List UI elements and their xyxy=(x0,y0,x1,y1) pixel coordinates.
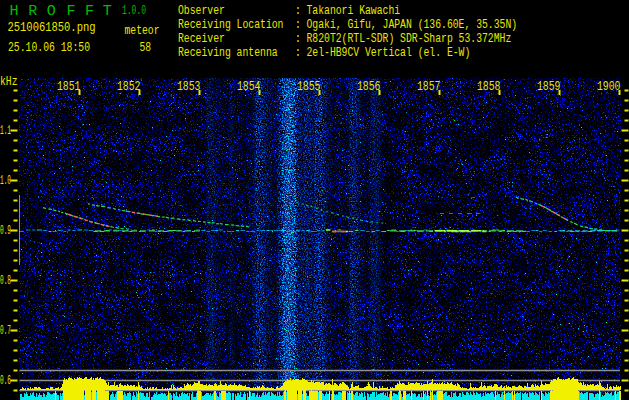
svg-text:1851: 1851 xyxy=(57,79,81,94)
svg-text:T: T xyxy=(103,3,112,20)
svg-text:R820T2(RTL-SDR) SDR-Sharp 53.3: R820T2(RTL-SDR) SDR-Sharp 53.372MHz xyxy=(307,32,512,46)
svg-text:58: 58 xyxy=(140,41,152,55)
svg-text::: : xyxy=(295,32,301,46)
svg-text:1.0: 1.0 xyxy=(0,174,11,188)
svg-text:Ogaki, Gifu, JAPAN (136.60E, 3: Ogaki, Gifu, JAPAN (136.60E, 35.35N) xyxy=(307,18,518,32)
svg-text:kHz: kHz xyxy=(0,75,18,89)
svg-text:Takanori Kawachi: Takanori Kawachi xyxy=(307,4,401,18)
svg-text:Receiver: Receiver xyxy=(178,32,225,46)
svg-text:0.7: 0.7 xyxy=(0,324,11,338)
svg-text:1900: 1900 xyxy=(597,79,621,94)
svg-text:1.0.0: 1.0.0 xyxy=(122,4,146,18)
svg-text:0.9: 0.9 xyxy=(0,224,11,238)
svg-text:0.8: 0.8 xyxy=(0,274,11,288)
svg-text:Receiving antenna: Receiving antenna xyxy=(178,46,278,60)
svg-text:H: H xyxy=(10,3,19,20)
svg-text:1859: 1859 xyxy=(537,79,561,94)
svg-text:1852: 1852 xyxy=(117,79,141,94)
svg-text::: : xyxy=(295,46,301,60)
svg-text:0.6: 0.6 xyxy=(0,374,11,388)
svg-text:1854: 1854 xyxy=(237,79,261,94)
svg-text:F: F xyxy=(67,3,76,20)
svg-text:2el-HB9CV Vertical (el. E-W): 2el-HB9CV Vertical (el. E-W) xyxy=(307,46,471,60)
svg-text:1.1: 1.1 xyxy=(0,124,11,138)
svg-text:Receiving Location: Receiving Location xyxy=(178,18,283,32)
svg-text:1858: 1858 xyxy=(477,79,501,94)
svg-text:2510061850.png: 2510061850.png xyxy=(8,21,96,35)
svg-text:25.10.06 18:50: 25.10.06 18:50 xyxy=(8,41,90,55)
svg-text:1857: 1857 xyxy=(417,79,441,94)
svg-text:F: F xyxy=(85,3,94,20)
svg-text:1855: 1855 xyxy=(297,79,321,94)
svg-text::: : xyxy=(295,18,301,32)
svg-text:O: O xyxy=(47,3,56,20)
svg-text::: : xyxy=(295,4,301,18)
svg-text:meteor: meteor xyxy=(125,24,160,38)
svg-text:R: R xyxy=(28,3,37,20)
svg-text:Observer: Observer xyxy=(178,4,225,18)
svg-text:1853: 1853 xyxy=(177,79,201,94)
svg-text:1856: 1856 xyxy=(357,79,381,94)
